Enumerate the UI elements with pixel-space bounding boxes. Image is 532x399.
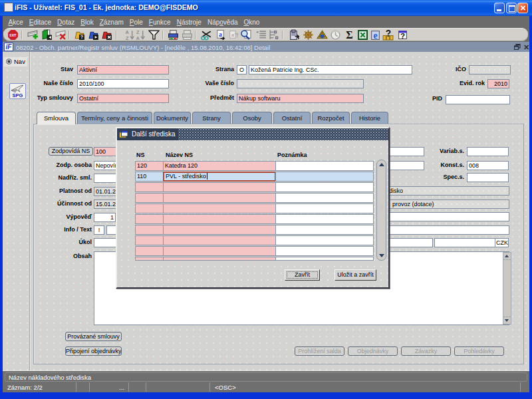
svg-text:a: a xyxy=(219,31,222,38)
svg-text:?: ? xyxy=(386,29,391,39)
svg-text:e: e xyxy=(373,31,377,41)
svg-text:?: ? xyxy=(400,31,405,40)
svg-text:?: ? xyxy=(80,34,84,40)
svg-text:EXIT: EXIT xyxy=(10,34,17,37)
svg-text:Z: Z xyxy=(126,35,129,41)
svg-text:A: A xyxy=(136,35,140,41)
svg-text:Σ: Σ xyxy=(346,29,352,41)
